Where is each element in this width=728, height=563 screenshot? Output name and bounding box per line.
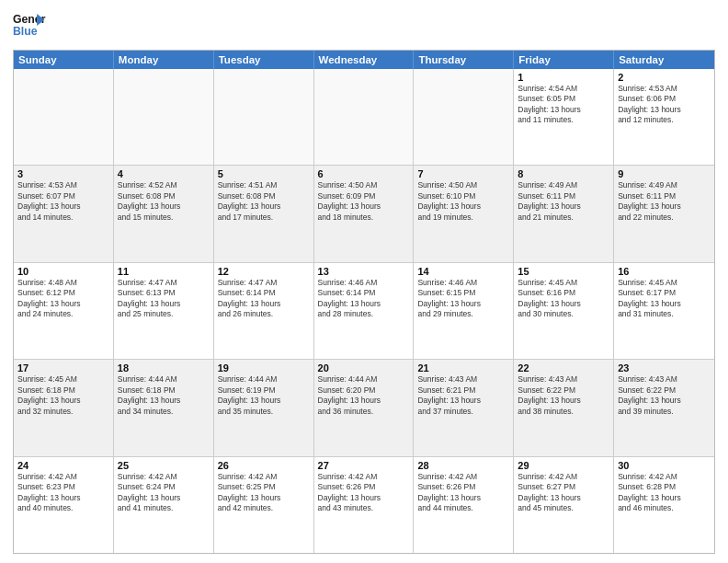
day-info: Sunrise: 4:43 AM Sunset: 6:21 PM Dayligh…: [417, 374, 509, 417]
day-cell-16: 16Sunrise: 4:45 AM Sunset: 6:17 PM Dayli…: [614, 263, 714, 359]
calendar-body: 1Sunrise: 4:54 AM Sunset: 6:05 PM Daylig…: [14, 69, 714, 553]
day-cell-26: 26Sunrise: 4:42 AM Sunset: 6:25 PM Dayli…: [214, 457, 314, 553]
day-number: 26: [218, 460, 310, 471]
day-cell-20: 20Sunrise: 4:44 AM Sunset: 6:20 PM Dayli…: [314, 360, 415, 455]
day-info: Sunrise: 4:42 AM Sunset: 6:26 PM Dayligh…: [417, 472, 509, 514]
calendar-row-3: 17Sunrise: 4:45 AM Sunset: 6:18 PM Dayli…: [14, 359, 714, 455]
day-info: Sunrise: 4:52 AM Sunset: 6:08 PM Dayligh…: [118, 180, 210, 223]
day-number: 22: [518, 362, 609, 373]
day-info: Sunrise: 4:48 AM Sunset: 6:12 PM Dayligh…: [17, 278, 109, 320]
day-info: Sunrise: 4:53 AM Sunset: 6:06 PM Dayligh…: [618, 84, 711, 126]
day-info: Sunrise: 4:46 AM Sunset: 6:14 PM Dayligh…: [318, 278, 410, 320]
day-number: 28: [417, 460, 509, 471]
day-info: Sunrise: 4:42 AM Sunset: 6:28 PM Dayligh…: [618, 472, 711, 514]
header-cell-thursday: Thursday: [414, 51, 514, 69]
day-info: Sunrise: 4:42 AM Sunset: 6:24 PM Dayligh…: [118, 472, 210, 514]
day-cell-18: 18Sunrise: 4:44 AM Sunset: 6:18 PM Dayli…: [114, 360, 214, 455]
header-cell-wednesday: Wednesday: [314, 51, 415, 69]
day-number: 23: [618, 362, 711, 373]
calendar-header-row: SundayMondayTuesdayWednesdayThursdayFrid…: [14, 51, 714, 69]
day-cell-9: 9Sunrise: 4:49 AM Sunset: 6:11 PM Daylig…: [614, 166, 714, 261]
header-cell-tuesday: Tuesday: [214, 51, 314, 69]
day-cell-4: 4Sunrise: 4:52 AM Sunset: 6:08 PM Daylig…: [114, 166, 214, 261]
day-info: Sunrise: 4:44 AM Sunset: 6:19 PM Dayligh…: [218, 374, 310, 417]
empty-cell-0-3: [314, 69, 415, 165]
header-cell-sunday: Sunday: [14, 51, 114, 69]
day-cell-19: 19Sunrise: 4:44 AM Sunset: 6:19 PM Dayli…: [214, 360, 314, 455]
day-info: Sunrise: 4:45 AM Sunset: 6:16 PM Dayligh…: [518, 278, 609, 320]
day-info: Sunrise: 4:51 AM Sunset: 6:08 PM Dayligh…: [218, 180, 310, 223]
day-number: 14: [417, 266, 509, 277]
day-number: 6: [318, 168, 410, 179]
calendar: SundayMondayTuesdayWednesdayThursdayFrid…: [13, 50, 715, 554]
day-number: 27: [318, 460, 410, 471]
calendar-row-0: 1Sunrise: 4:54 AM Sunset: 6:05 PM Daylig…: [14, 69, 714, 165]
day-number: 18: [118, 362, 210, 373]
day-cell-3: 3Sunrise: 4:53 AM Sunset: 6:07 PM Daylig…: [14, 166, 114, 261]
day-cell-29: 29Sunrise: 4:42 AM Sunset: 6:27 PM Dayli…: [514, 457, 614, 553]
day-info: Sunrise: 4:42 AM Sunset: 6:25 PM Dayligh…: [218, 472, 310, 514]
day-number: 19: [218, 362, 310, 373]
day-info: Sunrise: 4:44 AM Sunset: 6:18 PM Dayligh…: [118, 374, 210, 417]
day-cell-2: 2Sunrise: 4:53 AM Sunset: 6:06 PM Daylig…: [614, 69, 714, 165]
empty-cell-0-4: [414, 69, 514, 165]
day-info: Sunrise: 4:46 AM Sunset: 6:15 PM Dayligh…: [417, 278, 509, 320]
day-info: Sunrise: 4:49 AM Sunset: 6:11 PM Dayligh…: [518, 180, 609, 223]
day-cell-22: 22Sunrise: 4:43 AM Sunset: 6:22 PM Dayli…: [514, 360, 614, 455]
day-cell-11: 11Sunrise: 4:47 AM Sunset: 6:13 PM Dayli…: [114, 263, 214, 359]
day-info: Sunrise: 4:43 AM Sunset: 6:22 PM Dayligh…: [618, 374, 711, 417]
day-cell-21: 21Sunrise: 4:43 AM Sunset: 6:21 PM Dayli…: [414, 360, 514, 455]
day-cell-10: 10Sunrise: 4:48 AM Sunset: 6:12 PM Dayli…: [14, 263, 114, 359]
day-info: Sunrise: 4:54 AM Sunset: 6:05 PM Dayligh…: [518, 84, 609, 126]
day-cell-17: 17Sunrise: 4:45 AM Sunset: 6:18 PM Dayli…: [14, 360, 114, 455]
day-info: Sunrise: 4:47 AM Sunset: 6:14 PM Dayligh…: [218, 278, 310, 320]
empty-cell-0-0: [14, 69, 114, 165]
day-number: 29: [518, 460, 609, 471]
day-info: Sunrise: 4:42 AM Sunset: 6:27 PM Dayligh…: [518, 472, 609, 514]
day-info: Sunrise: 4:50 AM Sunset: 6:09 PM Dayligh…: [318, 180, 410, 223]
header: GeneralBlue: [13, 9, 715, 42]
day-number: 20: [318, 362, 410, 373]
calendar-row-1: 3Sunrise: 4:53 AM Sunset: 6:07 PM Daylig…: [14, 165, 714, 261]
day-number: 12: [218, 266, 310, 277]
day-cell-24: 24Sunrise: 4:42 AM Sunset: 6:23 PM Dayli…: [14, 457, 114, 553]
day-cell-7: 7Sunrise: 4:50 AM Sunset: 6:10 PM Daylig…: [414, 166, 514, 261]
day-info: Sunrise: 4:42 AM Sunset: 6:26 PM Dayligh…: [318, 472, 410, 514]
day-info: Sunrise: 4:53 AM Sunset: 6:07 PM Dayligh…: [17, 180, 109, 223]
day-number: 10: [17, 266, 109, 277]
day-number: 9: [618, 168, 711, 179]
header-cell-friday: Friday: [514, 51, 614, 69]
day-cell-1: 1Sunrise: 4:54 AM Sunset: 6:05 PM Daylig…: [514, 69, 614, 165]
calendar-row-4: 24Sunrise: 4:42 AM Sunset: 6:23 PM Dayli…: [14, 456, 714, 553]
day-number: 21: [417, 362, 509, 373]
day-cell-15: 15Sunrise: 4:45 AM Sunset: 6:16 PM Dayli…: [514, 263, 614, 359]
day-info: Sunrise: 4:45 AM Sunset: 6:18 PM Dayligh…: [17, 374, 109, 417]
day-number: 4: [118, 168, 210, 179]
day-info: Sunrise: 4:42 AM Sunset: 6:23 PM Dayligh…: [17, 472, 109, 514]
day-cell-8: 8Sunrise: 4:49 AM Sunset: 6:11 PM Daylig…: [514, 166, 614, 261]
day-number: 7: [417, 168, 509, 179]
day-info: Sunrise: 4:44 AM Sunset: 6:20 PM Dayligh…: [318, 374, 410, 417]
day-number: 3: [17, 168, 109, 179]
svg-text:Blue: Blue: [13, 25, 38, 38]
day-cell-27: 27Sunrise: 4:42 AM Sunset: 6:26 PM Dayli…: [314, 457, 415, 553]
day-number: 24: [17, 460, 109, 471]
header-cell-monday: Monday: [114, 51, 214, 69]
day-info: Sunrise: 4:43 AM Sunset: 6:22 PM Dayligh…: [518, 374, 609, 417]
day-cell-6: 6Sunrise: 4:50 AM Sunset: 6:09 PM Daylig…: [314, 166, 415, 261]
day-number: 16: [618, 266, 711, 277]
day-number: 11: [118, 266, 210, 277]
day-cell-5: 5Sunrise: 4:51 AM Sunset: 6:08 PM Daylig…: [214, 166, 314, 261]
day-number: 5: [218, 168, 310, 179]
calendar-row-2: 10Sunrise: 4:48 AM Sunset: 6:12 PM Dayli…: [14, 262, 714, 359]
day-cell-12: 12Sunrise: 4:47 AM Sunset: 6:14 PM Dayli…: [214, 263, 314, 359]
day-cell-23: 23Sunrise: 4:43 AM Sunset: 6:22 PM Dayli…: [614, 360, 714, 455]
day-number: 17: [17, 362, 109, 373]
day-number: 15: [518, 266, 609, 277]
day-number: 1: [518, 72, 609, 83]
header-cell-saturday: Saturday: [614, 51, 714, 69]
day-number: 13: [318, 266, 410, 277]
day-number: 25: [118, 460, 210, 471]
day-cell-25: 25Sunrise: 4:42 AM Sunset: 6:24 PM Dayli…: [114, 457, 214, 553]
day-cell-13: 13Sunrise: 4:46 AM Sunset: 6:14 PM Dayli…: [314, 263, 415, 359]
